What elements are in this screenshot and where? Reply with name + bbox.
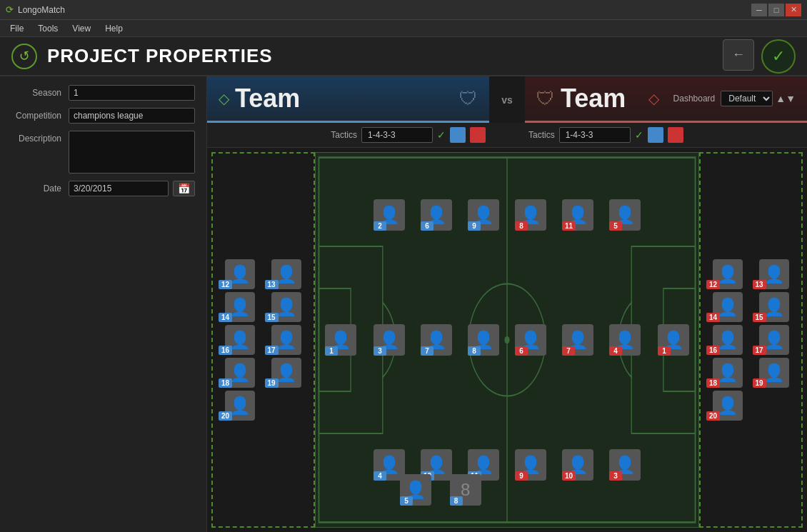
list-item: 👤19 xyxy=(265,358,309,388)
list-item: 👤2 xyxy=(374,199,405,231)
list-item: 👤14 xyxy=(706,292,750,322)
left-tactics-confirm-icon[interactable]: ✓ xyxy=(437,129,446,141)
app-logo: ↺ xyxy=(11,44,37,69)
player-number: 16 xyxy=(706,346,720,355)
competition-input[interactable] xyxy=(69,108,195,124)
maximize-button[interactable]: □ xyxy=(768,4,784,16)
right-tactics-confirm-icon[interactable]: ✓ xyxy=(635,129,643,141)
menu-view[interactable]: View xyxy=(65,22,98,35)
list-item: 👤11 xyxy=(468,449,499,481)
player-number: 7 xyxy=(421,346,433,356)
player-number: 12 xyxy=(706,280,720,289)
right-tactics-input[interactable] xyxy=(559,127,631,143)
date-row: Date 📅 xyxy=(11,181,195,196)
right-color-blue-button[interactable] xyxy=(648,127,663,143)
dashboard-select[interactable]: Default xyxy=(721,91,773,106)
list-item: 👤3 xyxy=(609,449,641,481)
player-silhouette-icon: 👤 xyxy=(763,330,785,350)
back-icon: ← xyxy=(732,47,745,62)
list-item: 👤 1 xyxy=(658,324,689,356)
player-number: 3 xyxy=(609,471,622,481)
season-row: Season xyxy=(11,85,195,101)
list-item: 👤10 xyxy=(562,449,593,481)
player-silhouette-icon: 👤 xyxy=(276,264,297,284)
description-input[interactable] xyxy=(69,131,195,174)
dashboard-label: Dashboard xyxy=(673,94,716,104)
player-number: 8 xyxy=(515,221,528,231)
dashboard-arrow-icon: ▲▼ xyxy=(776,93,796,104)
left-gk-col: 👤 1 xyxy=(316,153,366,527)
app-logo-small: ⟳ xyxy=(6,4,14,15)
list-item: 👤15 xyxy=(265,292,309,322)
list-item: 👤8 xyxy=(515,199,546,231)
minimize-button[interactable]: ─ xyxy=(751,4,767,16)
player-number: 20 xyxy=(706,411,720,421)
right-mid-col: 👤11 👤7 👤10 xyxy=(554,153,601,527)
list-item: 👤16 xyxy=(706,325,750,355)
player-silhouette-icon: 👤 xyxy=(763,363,785,383)
list-item: 👤 1 xyxy=(325,324,356,356)
right-fwd-col: 👤8 👤6 👤9 xyxy=(507,153,554,527)
player-number: 8 xyxy=(468,346,481,356)
list-item: 👤15 xyxy=(753,292,796,322)
player-silhouette-icon: 👤 xyxy=(229,363,251,383)
list-item: 👤18 xyxy=(706,358,750,388)
right-team-tab[interactable]: 🛡 Team ◇ Dashboard Default ▲▼ xyxy=(525,76,807,123)
player-number: 6 xyxy=(421,221,433,231)
left-mid-col: 👤6 👤7 👤10 xyxy=(413,153,460,527)
field-main: 👤 1 👤2 👤3 👤4 👤6 xyxy=(315,152,699,528)
player-number: 11 xyxy=(562,221,576,231)
left-team-tab[interactable]: ◇ Team 🛡 xyxy=(207,76,489,123)
close-button[interactable]: ✕ xyxy=(786,4,801,16)
right-gk-col: 👤 1 xyxy=(648,153,698,527)
vs-label: vs xyxy=(501,94,513,106)
player-number: 13 xyxy=(265,280,279,289)
back-button[interactable]: ← xyxy=(723,39,754,71)
tactics-row: Tactics ✓ Tactics ✓ xyxy=(207,123,807,148)
calendar-button[interactable]: 📅 xyxy=(173,181,195,196)
main-content: Season Competition Description Date 📅 ◇ … xyxy=(0,76,807,532)
player-number: 20 xyxy=(219,411,232,421)
player-number: 9 xyxy=(468,221,481,231)
left-panel: Season Competition Description Date 📅 xyxy=(0,76,207,532)
list-item: 👤16 xyxy=(219,325,262,355)
confirm-button[interactable]: ✓ xyxy=(761,39,796,74)
list-item: 👤13 xyxy=(753,259,796,289)
left-color-blue-button[interactable] xyxy=(450,127,466,143)
player-number: 18 xyxy=(706,378,720,388)
app-header: ↺ PROJECT PROPERTIES ← ✓ xyxy=(0,37,807,76)
player-number: 10 xyxy=(421,471,434,481)
right-bench: 👤12 👤13 👤14 👤15 👤16 👤17 👤18 👤19 👤20 xyxy=(699,152,803,528)
left-bench-grid: 👤12 👤13 👤14 👤15 👤16 👤17 👤18 👤19 👤20 xyxy=(216,256,311,423)
player-silhouette-icon: 👤 xyxy=(763,297,785,317)
player-number: 4 xyxy=(374,471,386,481)
player-silhouette-icon: 👤 xyxy=(229,396,251,416)
menu-file[interactable]: File xyxy=(3,22,31,35)
player-number: 7 xyxy=(562,346,575,356)
right-team-name: Team xyxy=(561,84,626,114)
left-bench: 👤12 👤13 👤14 👤15 👤16 👤17 👤18 👤19 👤20 xyxy=(211,152,315,528)
menu-help[interactable]: Help xyxy=(98,22,130,35)
left-tactics-input[interactable] xyxy=(361,127,433,143)
date-input[interactable] xyxy=(69,181,169,196)
right-bench-grid: 👤12 👤13 👤14 👤15 👤16 👤17 👤18 👤19 👤20 xyxy=(703,256,798,423)
season-input[interactable] xyxy=(69,85,195,101)
left-color-red-button[interactable] xyxy=(470,127,486,143)
title-bar-controls: ─ □ ✕ xyxy=(751,4,801,16)
left-tactics-group: Tactics ✓ xyxy=(207,127,507,143)
list-item: 👤20 xyxy=(706,391,750,421)
list-item: 👤9 xyxy=(515,449,546,481)
player-silhouette-icon: 👤 xyxy=(717,297,738,317)
left-team-arrow-icon: ◇ xyxy=(219,90,229,107)
player-number: 4 xyxy=(609,346,622,356)
title-bar: ⟳ LongoMatch ─ □ ✕ xyxy=(0,0,807,20)
header-nav: ← ✓ xyxy=(723,39,796,74)
right-color-red-button[interactable] xyxy=(668,127,683,143)
list-item: 👤19 xyxy=(753,358,796,388)
player-silhouette-icon: 👤 xyxy=(763,264,785,284)
menu-tools[interactable]: Tools xyxy=(31,22,65,35)
list-item: 👤13 xyxy=(265,259,309,289)
list-item: 👤6 xyxy=(421,199,452,231)
player-silhouette-icon: 👤 xyxy=(717,396,738,416)
left-def-col: 👤2 👤3 👤4 xyxy=(366,153,413,527)
